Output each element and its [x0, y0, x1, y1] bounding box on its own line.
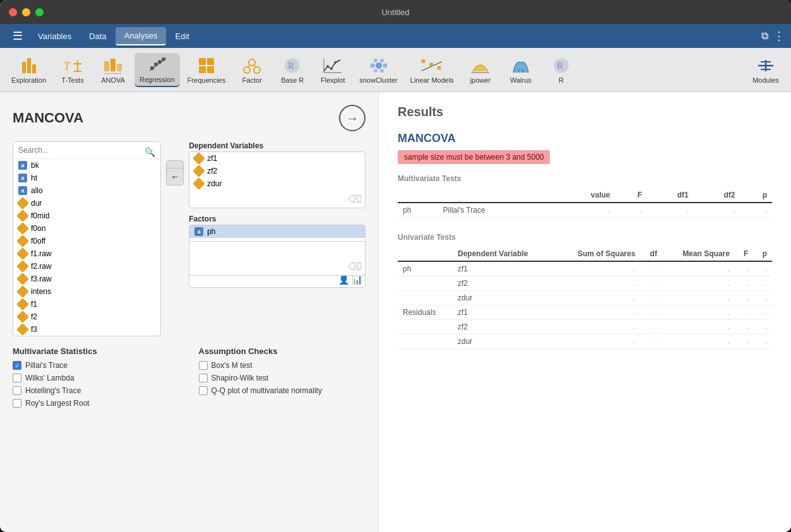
dependent-vars-box[interactable]: zf1 zf2 zdur ⌫ [189, 151, 366, 208]
panel-header: MANCOVA → [13, 105, 366, 131]
list-item[interactable]: a allo [13, 184, 160, 197]
run-button[interactable]: → [339, 105, 366, 131]
check-boxm-test[interactable]: Box's M test [199, 361, 366, 370]
dep-var-item[interactable]: zdur [189, 177, 365, 190]
list-item[interactable]: f1.raw [13, 247, 160, 260]
clear-dependent-icon[interactable]: ⌫ [348, 193, 362, 205]
list-item[interactable]: f3 [13, 323, 160, 336]
list-item[interactable]: f3.raw [13, 273, 160, 285]
row-cell: . [554, 276, 640, 291]
exploration-icon [18, 56, 40, 75]
toolbar-jpower[interactable]: jpower [461, 54, 499, 86]
var-name: f2 [31, 312, 37, 321]
list-item[interactable]: dur [13, 197, 160, 210]
dep-var-item[interactable]: zf1 [189, 152, 365, 165]
svg-point-30 [374, 69, 378, 73]
row-cell: . [640, 276, 662, 291]
toolbar-r[interactable]: R R [542, 54, 580, 86]
svg-point-21 [330, 68, 333, 70]
check-hotellings-trace[interactable]: Hotelling's Trace [13, 386, 180, 395]
toolbar-flexplot[interactable]: Flexplot [314, 54, 352, 86]
clear-covariates-icon[interactable]: ⌫ [348, 261, 362, 273]
baser-label: Base R [281, 76, 304, 84]
var-type-icon: a [194, 227, 203, 236]
move-left-button[interactable]: ← [166, 168, 184, 186]
menu-item-analyses[interactable]: Analyses [116, 27, 167, 45]
list-item[interactable]: f0mid [13, 210, 160, 222]
svg-line-17 [254, 64, 256, 68]
univariate-tests-title: Univariate Tests [398, 233, 772, 242]
toolbar-factor[interactable]: Factor [233, 54, 271, 86]
checkbox-wilks-lambda[interactable] [13, 374, 21, 382]
toolbar-anova[interactable]: ANOVA [94, 54, 132, 86]
maximize-button[interactable] [35, 8, 44, 16]
var-type-icon [16, 235, 29, 247]
var-type-icon [16, 260, 29, 273]
variable-search-input[interactable] [13, 142, 160, 159]
window-icon[interactable]: ⧉ [761, 30, 768, 42]
svg-point-31 [380, 69, 384, 73]
checkbox-roys-largest-root[interactable] [13, 399, 21, 408]
list-item[interactable]: a ht [13, 172, 160, 184]
hamburger-button[interactable]: ☰ [6, 27, 29, 45]
toolbar-frequencies[interactable]: Frequencies [182, 54, 231, 86]
menu-item-data[interactable]: Data [80, 28, 115, 45]
row-cell: . [662, 276, 735, 291]
var-name: allo [31, 186, 43, 195]
list-item[interactable]: f1 [13, 298, 160, 310]
row-cell: . [616, 203, 648, 218]
list-item[interactable]: intens [13, 285, 160, 298]
covariates-box[interactable]: ⌫ [189, 241, 366, 276]
check-wilks-lambda[interactable]: Wilks' Lambda [13, 374, 180, 382]
row-cell: Pillai's Trace [438, 203, 552, 218]
var-name: ht [31, 174, 37, 182]
toolbar-snowcluster[interactable]: snowCluster [354, 54, 403, 86]
check-roys-largest-root[interactable]: Roy's Largest Root [13, 399, 180, 408]
row-cell: . [640, 320, 662, 334]
menu-item-variables[interactable]: Variables [29, 28, 80, 45]
checkbox-qq-plot[interactable] [199, 386, 208, 395]
checkbox-boxm-test[interactable] [199, 361, 208, 370]
col-header: df2 [694, 188, 740, 203]
var-name: bk [31, 161, 39, 170]
toolbar-walrus[interactable]: Walrus [502, 54, 540, 86]
checkbox-shapiro-wilk[interactable] [199, 374, 208, 382]
close-button[interactable] [9, 8, 17, 16]
toolbar-baser[interactable]: R Base R [273, 54, 311, 86]
toolbar-ttests[interactable]: T T-Tests [54, 54, 92, 86]
toolbar-regression[interactable]: Regression [134, 53, 180, 87]
var-type-icon [16, 210, 29, 222]
row-cell: . [640, 291, 662, 305]
check-qq-plot[interactable]: Q-Q plot of multivariate normality [199, 386, 366, 395]
svg-line-16 [248, 64, 249, 68]
list-item[interactable]: f2.raw [13, 260, 160, 273]
row-cell: . [753, 334, 772, 349]
more-options-icon[interactable]: ⋮ [773, 29, 785, 43]
svg-point-20 [326, 65, 329, 68]
snowcluster-icon [367, 56, 390, 75]
exploration-label: Exploration [11, 76, 46, 84]
check-pillais-trace[interactable]: ✓ Pillai's Trace [13, 361, 180, 370]
checkbox-pillais-trace[interactable]: ✓ [13, 361, 21, 370]
check-shapiro-wilk[interactable]: Shapiro-Wilk test [199, 374, 366, 382]
svg-point-22 [334, 61, 336, 64]
checkbox-hotellings-trace[interactable] [13, 386, 21, 395]
dep-var-item[interactable]: zf2 [189, 165, 365, 177]
toolbar-linearmodels[interactable]: Linear Models [405, 54, 459, 86]
flexplot-label: Flexplot [321, 76, 345, 84]
toolbar-modules[interactable]: Modules [747, 54, 785, 86]
list-item[interactable]: f0on [13, 222, 160, 235]
list-item[interactable]: a bk [13, 159, 160, 172]
minimize-button[interactable] [22, 8, 30, 16]
list-item[interactable]: f0off [13, 235, 160, 247]
var-type-icon [16, 247, 29, 260]
var-type-icon: a [18, 174, 27, 182]
menu-item-edit[interactable]: Edit [166, 28, 198, 45]
row-cell: . [694, 203, 740, 218]
toolbar-exploration[interactable]: Exploration [6, 54, 51, 86]
linearmodels-label: Linear Models [410, 76, 454, 84]
factor-item[interactable]: a ph [189, 225, 365, 238]
list-item[interactable]: f2 [13, 310, 160, 323]
factor-icon-chart: 📊 [352, 275, 362, 285]
var-type-icon [16, 298, 29, 310]
